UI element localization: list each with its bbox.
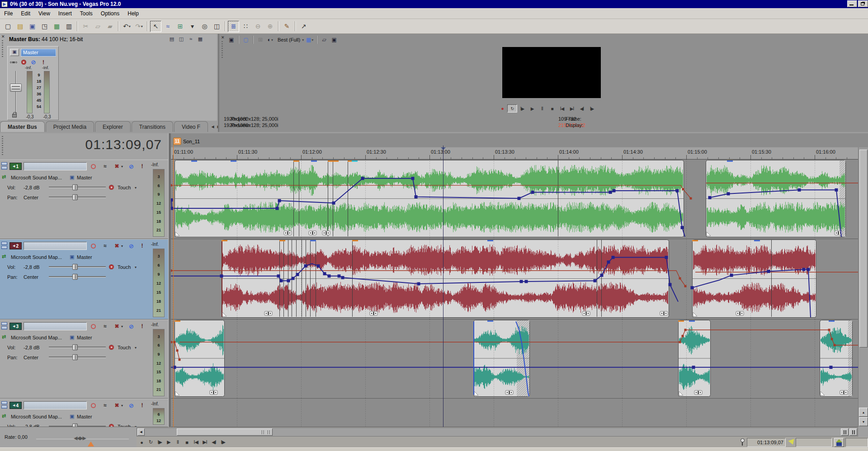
- loop-playback-button[interactable]: ↻: [146, 437, 155, 447]
- mute-button[interactable]: ✖: [113, 402, 121, 409]
- track-io-icon[interactable]: ⇄: [2, 254, 6, 259]
- track-timeline-2[interactable]: [171, 239, 858, 319]
- marker-tab[interactable]: 11: [173, 137, 181, 145]
- save-snapshot-icon[interactable]: ▣: [329, 35, 339, 44]
- menu-options[interactable]: Options: [97, 9, 123, 18]
- zoom-edge-handle[interactable]: [260, 429, 266, 435]
- edit-tool-dropdown-icon[interactable]: ▾: [187, 21, 198, 32]
- play-button[interactable]: ▶: [164, 437, 173, 447]
- play-from-start-button[interactable]: Ⅰ▶: [155, 437, 164, 447]
- solo-button[interactable]: ⊘: [127, 163, 135, 170]
- invert-phase-button[interactable]: !: [138, 323, 146, 330]
- automation-dropdown-icon[interactable]: ▾: [135, 186, 137, 190]
- mute-dropdown-icon[interactable]: ▾: [121, 164, 123, 169]
- volume-value[interactable]: -2,8 dB: [24, 185, 39, 190]
- bus-assignment-button[interactable]: ▣: [70, 254, 74, 260]
- downmix-output-icon[interactable]: ◫: [177, 35, 185, 42]
- record-button[interactable]: ●: [497, 104, 507, 113]
- tab-master-bus[interactable]: Master Bus: [0, 121, 45, 132]
- record-button[interactable]: ●: [137, 437, 146, 447]
- track-number-badge[interactable]: ◀1: [9, 163, 22, 170]
- bus-assignment-button[interactable]: ▣: [70, 413, 74, 419]
- track-timeline-4[interactable]: [171, 399, 858, 427]
- menu-file[interactable]: File: [0, 9, 17, 18]
- rate-center-marker[interactable]: [88, 442, 94, 446]
- automation-settings-button[interactable]: ≈: [101, 402, 109, 409]
- panel-grip[interactable]: [2, 136, 3, 155]
- status-selection-length[interactable]: [845, 438, 868, 447]
- meter-options-icon[interactable]: ▦: [196, 35, 204, 42]
- split-screen-view-icon[interactable]: ◐▾: [265, 35, 275, 44]
- insert-fx-icon[interactable]: [9, 59, 18, 66]
- preview-quality-icon[interactable]: Best (Full)▾: [275, 35, 305, 44]
- stop-button[interactable]: ■: [547, 104, 557, 113]
- volume-slider[interactable]: [49, 423, 106, 427]
- track-header-4[interactable]: ◀4 ≈ ✖ ▾ ⊘ ! -Inf. 612 ⇄ Microsoft Sound…: [0, 399, 168, 427]
- track-header-2[interactable]: ◀2 ≈ ✖ ▾ ⊘ ! -Inf. 36912151821 ⇄ Microso…: [0, 239, 168, 319]
- preview-on-external-monitor-icon[interactable]: ▢: [241, 35, 251, 44]
- automation-mode-icon[interactable]: [109, 424, 114, 427]
- normal-edit-tool-icon[interactable]: ↖: [150, 21, 161, 32]
- automation-settings-button[interactable]: ≈: [101, 323, 109, 330]
- video-overlays-icon[interactable]: ⊞: [255, 35, 265, 44]
- import-media-icon[interactable]: ▦: [51, 21, 62, 32]
- record-arm-button[interactable]: [90, 323, 97, 330]
- enable-snapping-icon[interactable]: ≣: [228, 21, 239, 32]
- track-name-input[interactable]: [24, 162, 87, 170]
- tab-project-media[interactable]: Project Media: [46, 121, 94, 132]
- bus-assignment-button[interactable]: ▣: [70, 334, 74, 340]
- pause-button[interactable]: Ⅱ: [537, 104, 547, 113]
- paste-icon[interactable]: ▰: [104, 21, 116, 32]
- mute-dropdown-icon[interactable]: ▾: [121, 404, 123, 408]
- copy-snapshot-icon[interactable]: ▱: [319, 35, 329, 44]
- track-device-label[interactable]: Microsoft Sound Map...: [11, 414, 62, 419]
- home-icon[interactable]: [834, 438, 844, 447]
- track-device-label[interactable]: Microsoft Sound Map...: [11, 254, 62, 260]
- track-timeline-3[interactable]: [171, 319, 858, 399]
- mute-dropdown-icon[interactable]: ▾: [121, 244, 123, 248]
- playhead-cursor[interactable]: [443, 146, 443, 427]
- cursor-pin-icon[interactable]: [741, 438, 745, 446]
- tab-video-f[interactable]: Video F: [174, 121, 208, 132]
- fader-lock-icon[interactable]: [12, 114, 17, 117]
- track-name-input[interactable]: [24, 322, 87, 330]
- play-button[interactable]: ▶: [527, 104, 537, 113]
- automation-mode-icon[interactable]: [109, 264, 114, 269]
- video-output-properties-icon[interactable]: ▣: [226, 35, 236, 44]
- copy-icon[interactable]: ▱: [92, 21, 104, 32]
- overlay-grid-icon[interactable]: ▦▾: [305, 35, 315, 44]
- vertical-scrollbar[interactable]: ▲ ▼: [858, 147, 868, 427]
- pan-slider[interactable]: [49, 354, 106, 360]
- scroll-down-icon[interactable]: ▼: [859, 417, 868, 426]
- status-selection-end[interactable]: [796, 438, 832, 447]
- track-device-label[interactable]: Microsoft Sound Map...: [11, 335, 62, 340]
- scroll-up-icon[interactable]: ▲: [859, 408, 868, 417]
- mute-button[interactable]: ✖: [113, 163, 121, 170]
- automation-settings-icon[interactable]: [19, 59, 28, 66]
- track-number-badge[interactable]: ◀2: [9, 242, 22, 249]
- pane-grip[interactable]: [2, 40, 3, 58]
- menu-view[interactable]: View: [34, 9, 54, 18]
- bus-properties-icon[interactable]: ▤: [168, 35, 176, 42]
- loop-playback-button[interactable]: ↻: [507, 104, 517, 113]
- marker-label[interactable]: Son_11: [183, 139, 200, 144]
- automation-mode-icon[interactable]: [109, 185, 114, 190]
- volume-slider[interactable]: [49, 264, 106, 270]
- track-device-label[interactable]: Microsoft Sound Map...: [11, 175, 62, 180]
- track-header-3[interactable]: ◀3 ≈ ✖ ▾ ⊘ ! -Inf. 36912151821 ⇄ Microso…: [0, 319, 168, 399]
- ignore-event-grouping-icon[interactable]: ⊕: [264, 21, 276, 32]
- interactive-tutorials-icon[interactable]: ✎: [281, 21, 292, 32]
- menu-edit[interactable]: Edit: [17, 9, 34, 18]
- menu-help[interactable]: Help: [123, 9, 143, 18]
- time-ruler[interactable]: 01:11:0001:11:3001:12:0001:12:3001:13:00…: [171, 147, 858, 160]
- whats-this-help-icon[interactable]: ↗: [298, 21, 309, 32]
- zoom-edge-handle[interactable]: [266, 429, 272, 435]
- status-cursor-time[interactable]: 01:13:09,07: [747, 438, 786, 447]
- volume-slider[interactable]: [49, 344, 106, 350]
- zoom-edit-tool-icon[interactable]: ◎: [199, 21, 210, 32]
- mute-button[interactable]: ✖: [113, 323, 121, 330]
- undo-icon[interactable]: ↶▾: [121, 21, 132, 32]
- rate-scrub-handle[interactable]: ◀◀▶▶: [74, 435, 85, 441]
- next-frame-button[interactable]: Ⅰ▶: [218, 437, 227, 447]
- automation-settings-button[interactable]: ≈: [101, 242, 109, 249]
